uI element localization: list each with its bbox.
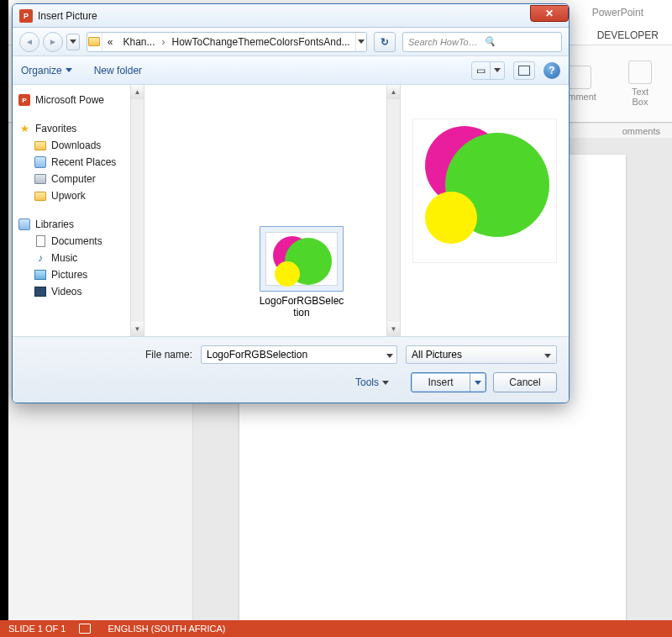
status-notes-icon[interactable] xyxy=(79,624,91,634)
status-bar: SLIDE 1 OF 1 ENGLISH (SOUTH AFRICA) xyxy=(0,620,672,637)
dialog-title: Insert Picture xyxy=(38,10,530,22)
dialog-footer: File name: LogoForRGBSelection All Pictu… xyxy=(13,336,569,403)
tree-label: Microsoft Powe xyxy=(35,94,104,106)
chevron-down-icon xyxy=(382,381,389,385)
libraries-icon xyxy=(18,218,30,230)
status-language[interactable]: ENGLISH (SOUTH AFRICA) xyxy=(108,624,225,634)
new-folder-label: New folder xyxy=(94,65,142,76)
search-placeholder: Search HowToChangeThemeC... xyxy=(408,37,480,47)
tree-label: Documents xyxy=(51,235,102,247)
status-slide-count: SLIDE 1 OF 1 xyxy=(8,624,66,634)
help-button[interactable]: ? xyxy=(543,62,560,79)
file-name-input[interactable]: LogoForRGBSelection xyxy=(201,345,397,364)
search-icon: 🔍 xyxy=(484,36,556,47)
tree-item-videos[interactable]: Videos xyxy=(18,283,125,300)
ribbon-group-textbox[interactable]: Text Box xyxy=(615,45,665,122)
refresh-button[interactable]: ↻ xyxy=(374,32,396,52)
file-scrollbar[interactable]: ▲ ▼ xyxy=(386,85,401,336)
file-list-pane[interactable]: LogoForRGBSelection xyxy=(144,85,386,336)
chevron-down-icon[interactable] xyxy=(386,349,393,361)
file-type-filter[interactable]: All Pictures xyxy=(406,345,557,364)
documents-icon xyxy=(36,235,45,247)
view-mode-selector[interactable]: ▭ xyxy=(471,61,505,80)
dialog-titlebar[interactable]: P Insert Picture ✕ xyxy=(13,4,569,28)
star-icon: ★ xyxy=(18,122,31,135)
file-name-label: File name: xyxy=(24,349,192,361)
folder-icon xyxy=(87,33,102,51)
breadcrumb-seg-folder[interactable]: HowToChangeThemeColorsFontsAnd... xyxy=(167,33,355,51)
chevron-down-icon xyxy=(544,349,551,361)
tree-item-recent[interactable]: Recent Places xyxy=(18,154,125,171)
chevron-down-icon xyxy=(66,68,72,72)
forward-button[interactable]: ► xyxy=(43,32,63,52)
search-input[interactable]: Search HowToChangeThemeC... 🔍 xyxy=(402,32,562,52)
music-icon: ♪ xyxy=(34,251,47,265)
computer-icon xyxy=(34,174,46,184)
tree-label: Libraries xyxy=(35,218,74,230)
videos-icon xyxy=(34,287,46,297)
view-icon: ▭ xyxy=(472,62,491,79)
insert-label: Insert xyxy=(412,373,470,392)
tree-label: Music xyxy=(51,252,77,264)
breadcrumb-seg-khan[interactable]: Khan... xyxy=(118,33,160,51)
preview-image xyxy=(412,118,557,263)
tree-item-downloads[interactable]: Downloads xyxy=(18,137,125,154)
textbox-icon xyxy=(628,61,652,84)
close-button[interactable]: ✕ xyxy=(530,5,569,22)
scroll-down[interactable]: ▼ xyxy=(387,322,400,336)
filter-label: All Pictures xyxy=(412,349,462,361)
new-folder-button[interactable]: New folder xyxy=(94,65,142,76)
insert-dropdown[interactable] xyxy=(470,381,486,385)
chevron-right-icon: › xyxy=(160,36,167,48)
history-dropdown[interactable] xyxy=(66,34,80,50)
tree-item-computer[interactable]: Computer xyxy=(18,171,125,187)
navigation-tree[interactable]: P Microsoft Powe ★ Favorites Downloads R… xyxy=(13,85,130,336)
insert-picture-dialog: P Insert Picture ✕ ◄ ► « Khan... › HowTo… xyxy=(12,3,570,403)
ribbon-tab-developer[interactable]: DEVELOPER xyxy=(597,29,659,41)
chevron-down-icon xyxy=(491,62,504,79)
tree-scrollbar[interactable]: ▲ ▼ xyxy=(130,85,144,336)
dialog-toolbar: Organize New folder ▭ ? xyxy=(13,56,569,85)
pictures-icon xyxy=(34,270,46,280)
tree-item-pictures[interactable]: Pictures xyxy=(18,266,125,283)
tree-item-favorites[interactable]: ★ Favorites xyxy=(18,120,125,137)
folder-icon xyxy=(34,192,46,201)
tree-label: Upwork xyxy=(51,190,86,202)
recent-icon xyxy=(34,156,46,168)
scroll-track[interactable] xyxy=(387,99,400,322)
tree-item-music[interactable]: ♪ Music xyxy=(18,250,125,266)
tools-menu[interactable]: Tools xyxy=(355,376,389,388)
file-item-logo[interactable]: LogoForRGBSelection xyxy=(258,226,345,318)
tree-label: Downloads xyxy=(51,140,101,151)
breadcrumb-dropdown[interactable] xyxy=(355,33,366,51)
ribbon-label: Text Box xyxy=(632,87,648,107)
organize-menu[interactable]: Organize xyxy=(21,65,72,76)
breadcrumb[interactable]: « Khan... › HowToChangeThemeColorsFontsA… xyxy=(87,32,367,52)
scroll-down[interactable]: ▼ xyxy=(131,322,144,336)
file-name-value: LogoForRGBSelection xyxy=(207,349,307,361)
breadcrumb-overflow[interactable]: « xyxy=(102,33,118,51)
scroll-up[interactable]: ▲ xyxy=(387,85,400,99)
tree-item-libraries[interactable]: Libraries xyxy=(18,216,125,233)
tree-item-documents[interactable]: Documents xyxy=(18,233,125,250)
powerpoint-icon: P xyxy=(19,9,33,23)
tree-item-ms-powerpoint[interactable]: P Microsoft Powe xyxy=(18,92,125,108)
tools-label: Tools xyxy=(355,376,379,388)
comment-icon xyxy=(568,66,591,89)
file-label: LogoForRGBSelection xyxy=(258,295,345,318)
tree-item-upwork[interactable]: Upwork xyxy=(18,187,125,204)
cancel-button[interactable]: Cancel xyxy=(493,372,557,392)
scroll-up[interactable]: ▲ xyxy=(131,85,144,99)
preview-pane-toggle[interactable] xyxy=(513,61,535,80)
back-button[interactable]: ◄ xyxy=(19,32,39,52)
file-thumbnail xyxy=(265,232,338,286)
folder-icon xyxy=(34,141,46,150)
tree-label: Recent Places xyxy=(51,156,116,168)
insert-button[interactable]: Insert xyxy=(411,372,486,392)
tree-label: Favorites xyxy=(35,123,76,134)
tree-label: Computer xyxy=(51,173,96,185)
tree-label: Pictures xyxy=(51,269,87,281)
dialog-nav-bar: ◄ ► « Khan... › HowToChangeThemeColorsFo… xyxy=(13,28,569,56)
pp-app-name: PowerPoint xyxy=(592,7,643,18)
scroll-track[interactable] xyxy=(131,99,144,322)
